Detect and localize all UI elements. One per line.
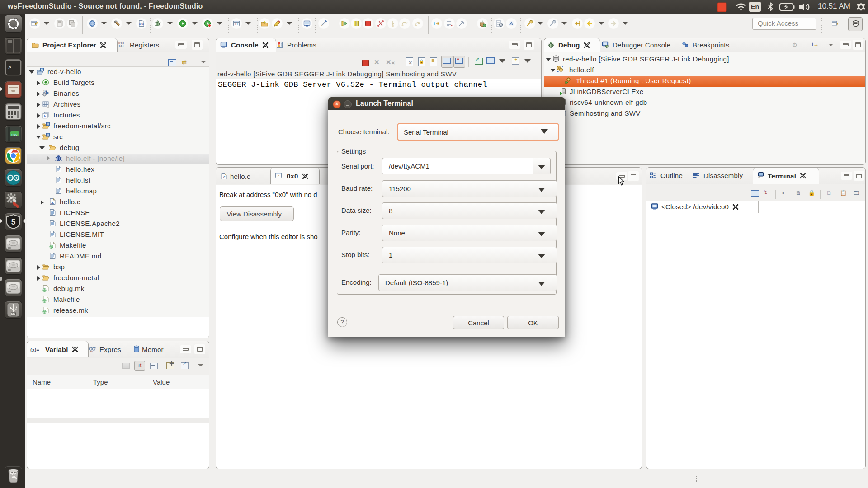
svg-text:i: i	[434, 21, 435, 26]
svg-text:010: 010	[139, 23, 144, 26]
svg-text:5: 5	[11, 218, 15, 226]
svg-text:nqq: nqq	[11, 133, 18, 136]
svg-text:>_: >_	[8, 65, 15, 71]
svg-text:C: C	[235, 22, 238, 26]
